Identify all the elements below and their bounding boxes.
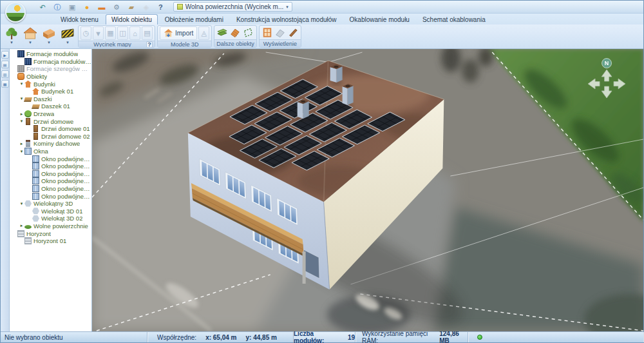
map-layers-icon[interactable]: ▦ bbox=[105, 26, 116, 40]
tree-item-wielokat-3d-01[interactable]: Wielokąt 3D 01 bbox=[10, 207, 91, 215]
map-compass-icon[interactable]: ◷ bbox=[80, 26, 91, 40]
tree-item-okno-podwojne-04[interactable]: Okno podwójne 04 bbox=[10, 177, 91, 185]
tree-item-okno-podwojne-06[interactable]: Okno podwójne 06 bbox=[10, 192, 91, 200]
sparkle-icon[interactable]: ◈ bbox=[142, 3, 151, 12]
tab-oblozenie-modulami[interactable]: Obłożenie modułami bbox=[159, 14, 229, 24]
tree-item-icon bbox=[26, 118, 30, 125]
group-label-display: Wyświetlenie bbox=[263, 41, 297, 47]
coordinates-status: Współrzędne: x: 65,04 m y: 44,85 m bbox=[147, 332, 294, 342]
surface-icon bbox=[177, 4, 183, 10]
group-help-icon[interactable]: ? bbox=[146, 41, 153, 48]
tree-item-icon bbox=[32, 88, 39, 95]
tree-item-okna[interactable]: Okna bbox=[10, 148, 91, 155]
record-icon[interactable]: ● bbox=[82, 3, 91, 12]
model-3d-gray-icon[interactable]: ◬ bbox=[198, 26, 209, 40]
tree-item-drzewa[interactable]: Drzewa bbox=[10, 110, 91, 118]
tab-widok-terenu[interactable]: Widok terenu bbox=[55, 14, 104, 24]
tree-item-formacja-modulow-01[interactable]: Formacja modułów 01 bbox=[10, 58, 91, 66]
roof-surface-button[interactable] bbox=[229, 27, 241, 39]
tree-item-drzwi-domowe-01[interactable]: Drzwi domowe 01 bbox=[10, 125, 91, 133]
expander-icon[interactable] bbox=[19, 119, 24, 124]
tree-item-okno-podwojne-02[interactable]: Okno podwójne 02 bbox=[10, 162, 91, 170]
tree-item-label: Okno podwójne 05 bbox=[41, 185, 91, 192]
undo-icon[interactable]: ↶ bbox=[38, 3, 47, 12]
tree-item-okno-podwojne-05[interactable]: Okno podwójne 05 bbox=[10, 185, 91, 193]
add-wall-button[interactable]: ▼ bbox=[41, 25, 57, 48]
tree-item-label: Drzewa bbox=[33, 110, 54, 117]
expander-icon[interactable] bbox=[19, 201, 24, 206]
green-layers-icon bbox=[217, 27, 227, 38]
import-3d-model-button[interactable]: Import bbox=[160, 26, 197, 40]
map-building-icon[interactable]: ⌂ bbox=[129, 26, 140, 40]
map-tiles-icon[interactable]: ◫ bbox=[117, 26, 128, 40]
expander-icon[interactable] bbox=[19, 141, 24, 146]
tree-item-daszek-01[interactable]: Daszek 01 bbox=[10, 103, 91, 110]
screen-icon[interactable]: ▬ bbox=[97, 3, 106, 12]
tree-item-kominy-dachowe[interactable]: Kominy dachowe bbox=[10, 140, 91, 148]
building-object-icon bbox=[23, 26, 37, 41]
folder-icon[interactable]: ▰ bbox=[127, 3, 136, 12]
expander-icon[interactable] bbox=[19, 149, 24, 154]
expander-icon[interactable] bbox=[19, 112, 24, 117]
tree-item-formacje-modulow[interactable]: Formacje modułów bbox=[10, 50, 91, 58]
tree-item-icon bbox=[24, 58, 32, 65]
surface-display-button[interactable] bbox=[274, 27, 286, 39]
tree-item-icon bbox=[33, 133, 38, 140]
edge-display-button[interactable] bbox=[287, 27, 299, 39]
tree-item-drzwi-domowe[interactable]: Drzwi domowe bbox=[10, 117, 91, 125]
terrain-layers-button[interactable] bbox=[216, 27, 228, 39]
tree-item-label: Horyzont bbox=[26, 230, 51, 237]
tree-item-label: Okno podwójne 04 bbox=[41, 177, 91, 184]
expander-icon[interactable] bbox=[19, 223, 24, 228]
tree-item-wielokatny-3d[interactable]: Wielokątny 3D bbox=[10, 200, 91, 208]
tree-item-budynek-01[interactable]: Budynek 01 bbox=[10, 88, 91, 95]
chimney[interactable] bbox=[298, 99, 309, 121]
expander-icon[interactable] bbox=[19, 81, 24, 86]
tree-item-horyzont[interactable]: Horyzont bbox=[10, 230, 91, 237]
tab-widok-obiektu[interactable]: Widok obiektu bbox=[106, 14, 158, 24]
add-restricted-area-button[interactable]: ▼ bbox=[59, 25, 76, 48]
restricted-area-icon bbox=[61, 26, 75, 41]
add-building-button[interactable]: ▼ bbox=[22, 25, 39, 48]
tab-okablowanie-modulu[interactable]: Okablowanie modułu bbox=[344, 14, 415, 24]
project-selector-dropdown[interactable]: Wolna powierzchnia (Wycinek m... ▾ bbox=[173, 2, 292, 12]
map-pin-icon[interactable]: ▼ bbox=[93, 26, 104, 40]
tree-item-budynki[interactable]: Budynki bbox=[10, 80, 91, 88]
tree-item-wielokat-3d-02[interactable]: Wielokąt 3D 02 bbox=[10, 215, 91, 222]
tree-item-drzwi-domowe-02[interactable]: Drzwi domowe 02 bbox=[10, 133, 91, 141]
dashed-polygon-icon bbox=[243, 27, 253, 38]
add-tree-button[interactable]: ▼ bbox=[3, 25, 20, 48]
play-icon[interactable]: ▶ bbox=[1, 51, 9, 59]
help-icon[interactable]: ? bbox=[158, 3, 163, 11]
viewport-3d[interactable]: N bbox=[92, 49, 643, 331]
tree-item-label: Okno podwójne 06 bbox=[41, 193, 91, 200]
group-objects-icon[interactable]: ▦ bbox=[1, 80, 9, 88]
import-label: Import bbox=[175, 30, 193, 37]
info-icon[interactable]: ⓘ bbox=[53, 3, 62, 12]
window-frame-display-button[interactable] bbox=[261, 27, 273, 39]
dashed-polygon-button[interactable] bbox=[242, 27, 254, 39]
ram-usage-value: 124,86 MB bbox=[439, 330, 468, 343]
roof-sheet-icon bbox=[230, 27, 240, 38]
tree-item-okno-podwojne-01[interactable]: Okno podwójne 01 bbox=[10, 155, 91, 162]
ribbon-group-display: Wyświetlenie bbox=[259, 25, 301, 48]
wrench-icon[interactable]: ⚙ bbox=[112, 3, 121, 12]
tree-item-okno-podwojne-03[interactable]: Okno podwójne 03 bbox=[10, 170, 91, 178]
tree-structure-icon[interactable]: ▤ bbox=[1, 61, 9, 68]
tree-item-formacje-szeregow[interactable]: Formacje szeregów modułów bbox=[10, 65, 91, 73]
tree-item-daszki[interactable]: Daszki bbox=[10, 95, 91, 103]
selection-status: Nie wybrano obiektu bbox=[1, 332, 147, 342]
chimney[interactable] bbox=[330, 64, 343, 85]
tab-konstrukcja-wolnostojaca[interactable]: Konstrukcja wolnostojąca modułów bbox=[231, 14, 343, 24]
tree-structure-alt-icon[interactable]: ▥ bbox=[1, 70, 9, 78]
tab-schemat-okablowania[interactable]: Schemat okablowania bbox=[417, 14, 491, 24]
map-grid-icon[interactable]: ▤ bbox=[142, 26, 153, 40]
ram-usage-status: Wykorzystanie pamięci RAM: 124,86 MB bbox=[355, 332, 468, 342]
camera-icon[interactable]: ▣ bbox=[68, 3, 77, 12]
app-logo[interactable] bbox=[5, 2, 26, 23]
awning-post bbox=[303, 251, 306, 284]
tree-item-wolne-powierzchnie[interactable]: Wolne powierzchnie bbox=[10, 222, 91, 230]
tree-item-icon bbox=[17, 230, 24, 237]
tree-item-obiekty[interactable]: Obiekty bbox=[10, 73, 91, 81]
tree-item-horyzont-01[interactable]: Horyzont 01 bbox=[10, 237, 91, 245]
